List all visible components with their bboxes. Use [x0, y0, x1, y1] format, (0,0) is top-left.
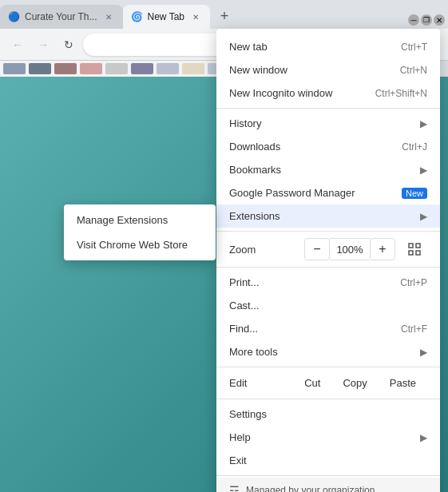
tab-active[interactable]: 🌀 New Tab ✕	[123, 5, 210, 29]
zoom-label: Zoom	[229, 244, 304, 256]
new-window-shortcut: Ctrl+N	[400, 65, 427, 76]
menu-section-edit: Edit Cut Copy Paste	[216, 367, 440, 399]
find-shortcut: Ctrl+F	[401, 323, 427, 335]
paste-label: Paste	[390, 377, 416, 389]
menu-item-downloads[interactable]: Downloads Ctrl+J	[216, 135, 440, 158]
swatch-3	[54, 63, 77, 74]
help-arrow: ▶	[420, 432, 427, 443]
menu-item-new-tab[interactable]: New tab Ctrl+T	[216, 35, 440, 58]
edit-actions: Cut Copy Paste	[293, 374, 427, 392]
zoom-value-display: 100%	[330, 238, 370, 260]
menu-section-zoom: Zoom − 100% +	[216, 232, 440, 268]
tab-close-active-button[interactable]: ✕	[189, 10, 202, 23]
find-label: Find...	[229, 323, 401, 335]
svg-rect-3	[416, 251, 420, 255]
menu-item-find[interactable]: Find... Ctrl+F	[216, 317, 440, 340]
zoom-row: Zoom − 100% +	[216, 235, 440, 264]
history-arrow: ▶	[420, 118, 427, 129]
new-badge: New	[402, 188, 427, 199]
menu-item-cast[interactable]: Cast...	[216, 294, 440, 317]
paste-button[interactable]: Paste	[379, 374, 427, 392]
swatch-4	[80, 63, 102, 74]
edit-label: Edit	[229, 377, 293, 389]
settings-label: Settings	[229, 408, 427, 420]
help-label: Help	[229, 431, 414, 443]
reload-button[interactable]: ↻	[57, 34, 80, 56]
menu-item-exit[interactable]: Exit	[216, 449, 440, 472]
edit-row: Edit Cut Copy Paste	[216, 371, 440, 395]
swatch-6	[131, 63, 153, 74]
extensions-label: Extensions	[229, 210, 414, 222]
new-tab-shortcut: Ctrl+T	[401, 42, 427, 53]
close-window-button[interactable]: ✕	[434, 14, 445, 26]
managed-text: Managed by your organization	[246, 485, 375, 492]
new-incognito-shortcut: Ctrl+Shift+N	[375, 88, 427, 99]
menu-section-new: New tab Ctrl+T New window Ctrl+N New Inc…	[216, 32, 440, 109]
bookmarks-label: Bookmarks	[229, 164, 414, 176]
downloads-shortcut: Ctrl+J	[402, 141, 427, 153]
svg-rect-2	[409, 251, 413, 255]
menu-item-more-tools[interactable]: More tools ▶	[216, 340, 440, 363]
cut-button[interactable]: Cut	[293, 374, 331, 392]
visit-chrome-web-store-label: Visit Chrome Web Store	[77, 239, 188, 251]
tab-label: Curate Your Th...	[25, 11, 97, 22]
tab-close-button[interactable]: ✕	[102, 10, 115, 23]
new-tab-button[interactable]: +	[213, 5, 236, 27]
minimize-button[interactable]: ─	[408, 14, 419, 26]
menu-section-nav: History ▶ Downloads Ctrl+J Bookmarks ▶ G…	[216, 109, 440, 232]
menu-item-new-incognito[interactable]: New Incognito window Ctrl+Shift+N	[216, 81, 440, 105]
tab-inactive[interactable]: 🔵 Curate Your Th... ✕	[0, 5, 123, 29]
copy-label: Copy	[343, 377, 367, 389]
menu-item-settings[interactable]: Settings	[216, 403, 440, 426]
tab-favicon-active: 🌀	[131, 11, 143, 22]
new-window-label: New window	[229, 64, 400, 76]
copy-button[interactable]: Copy	[331, 374, 378, 392]
restore-button[interactable]: ❐	[421, 14, 432, 26]
swatch-5	[105, 63, 128, 74]
swatch-1	[3, 63, 26, 74]
menu-item-extensions[interactable]: Extensions ▶	[216, 204, 440, 228]
tab-label-active: New Tab	[148, 11, 184, 22]
history-label: History	[229, 117, 414, 129]
password-manager-label: Google Password Manager	[229, 187, 395, 199]
swatch-8	[182, 63, 204, 74]
menu-item-help[interactable]: Help ▶	[216, 426, 440, 449]
menu-section-settings: Settings Help ▶ Exit	[216, 399, 440, 476]
swatch-7	[157, 63, 179, 74]
zoom-plus-button[interactable]: +	[370, 238, 395, 260]
manage-extensions-item[interactable]: Manage Extensions	[64, 208, 216, 232]
swatch-2	[29, 63, 51, 74]
print-shortcut: Ctrl+P	[400, 277, 427, 288]
zoom-minus-button[interactable]: −	[304, 238, 330, 260]
zoom-plus-icon: +	[379, 242, 386, 256]
cut-label: Cut	[304, 377, 320, 389]
menu-item-password-manager[interactable]: Google Password Manager New	[216, 181, 440, 204]
zoom-minus-icon: −	[313, 242, 320, 256]
menu-item-bookmarks[interactable]: Bookmarks ▶	[216, 158, 440, 181]
menu-item-history[interactable]: History ▶	[216, 112, 440, 135]
extensions-arrow: ▶	[420, 211, 427, 222]
new-incognito-label: New Incognito window	[229, 87, 375, 99]
chrome-menu: New tab Ctrl+T New window Ctrl+N New Inc…	[216, 29, 440, 492]
tab-favicon: 🔵	[8, 11, 20, 22]
back-button[interactable]: ←	[6, 34, 29, 56]
cast-label: Cast...	[229, 300, 427, 311]
downloads-label: Downloads	[229, 141, 402, 153]
more-tools-arrow: ▶	[420, 347, 427, 358]
more-tools-label: More tools	[229, 346, 414, 358]
managed-icon: ☶	[229, 484, 240, 492]
exit-label: Exit	[229, 454, 427, 466]
forward-button[interactable]: →	[32, 34, 54, 56]
bookmarks-arrow: ▶	[420, 165, 427, 176]
fullscreen-button[interactable]	[402, 238, 427, 260]
managed-footer: ☶ Managed by your organization	[216, 478, 440, 492]
manage-extensions-label: Manage Extensions	[77, 214, 168, 226]
new-tab-label: New tab	[229, 41, 401, 53]
menu-item-print[interactable]: Print... Ctrl+P	[216, 271, 440, 294]
menu-item-new-window[interactable]: New window Ctrl+N	[216, 58, 440, 81]
print-label: Print...	[229, 276, 400, 288]
tab-bar: 🔵 Curate Your Th... ✕ 🌀 New Tab ✕ + ─ ❐ …	[0, 0, 448, 29]
svg-rect-1	[416, 244, 420, 248]
visit-chrome-web-store-item[interactable]: Visit Chrome Web Store	[64, 232, 216, 257]
svg-rect-0	[409, 244, 413, 248]
